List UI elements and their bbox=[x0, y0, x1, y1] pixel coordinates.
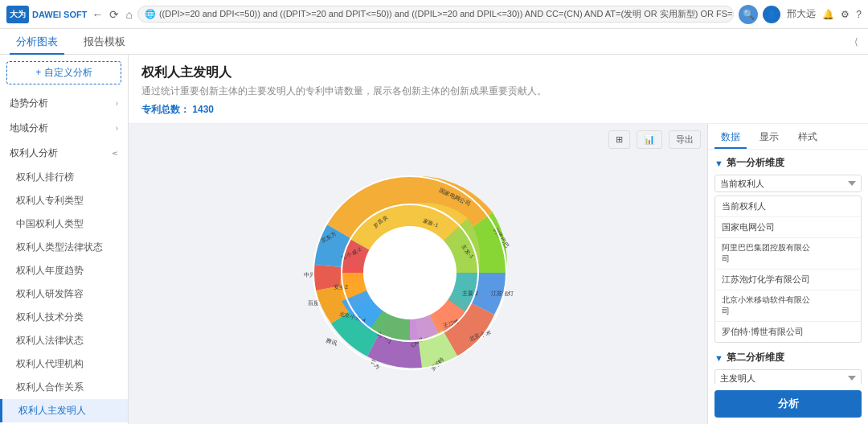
globe-icon: 🌐 bbox=[145, 9, 156, 19]
sidebar-sub-cooperation[interactable]: 权利人合作关系 bbox=[0, 376, 128, 399]
donut-chart: 国家电网公司 阿里巴巴 江苏泡灯 北京小米 罗伯特 华为 腾讯 百度 中兴 京东… bbox=[289, 152, 547, 410]
sidebar-item-trend[interactable]: 趋势分析 › bbox=[0, 91, 128, 116]
settings-icon[interactable]: ⚙ bbox=[841, 9, 850, 20]
trend-label: 趋势分析 bbox=[10, 97, 48, 110]
trend-arrow-icon: › bbox=[116, 99, 118, 108]
option-current-rights[interactable]: 当前权利人 bbox=[715, 196, 861, 217]
total-value: 1430 bbox=[192, 104, 214, 115]
rights-label: 权利人分析 bbox=[10, 146, 58, 160]
sidebar: + 自定义分析 趋势分析 › 地域分析 › 权利人分析 ∨ 权利人排行榜 权利人… bbox=[0, 55, 129, 424]
sidebar-sub-main-inventor[interactable]: 权利人主发明人 bbox=[0, 399, 128, 422]
page-title: 权利人主发明人 bbox=[141, 64, 855, 81]
right-panel: 数据 显示 样式 ▼ 第一分析维度 当前权利人 bbox=[707, 124, 868, 424]
logo-text: DAWEI SOFT bbox=[32, 10, 87, 19]
svg-point-0 bbox=[363, 226, 457, 319]
sidebar-sub-cn-type[interactable]: 中国权利人类型 bbox=[0, 212, 128, 236]
sidebar-sub-tech[interactable]: 权利人技术分类 bbox=[0, 306, 128, 329]
page-description: 通过统计重要创新主体的主要发明人的专利申请数量，展示各创新主体的创新成果重要贡献… bbox=[141, 84, 855, 98]
home-icon[interactable]: ⌂ bbox=[125, 8, 132, 21]
top-bar: 大为 DAWEI SOFT ← ⟳ ⌂ 🌐 ((DPI>=20 and DPI<… bbox=[0, 0, 868, 29]
refresh-icon[interactable]: ⟳ bbox=[109, 8, 119, 21]
sidebar-sub-ranking[interactable]: 权利人排行榜 bbox=[0, 166, 128, 189]
content-area: 权利人主发明人 通过统计重要创新主体的主要发明人的专利申请数量，展示各创新主体的… bbox=[129, 55, 868, 424]
option-jiangsu[interactable]: 江苏泡灯化学有限公司 bbox=[715, 270, 861, 290]
svg-text:安全2: 安全2 bbox=[334, 284, 348, 290]
collapse-button[interactable]: ⟨ bbox=[854, 36, 858, 47]
analyze-button[interactable]: 分析 bbox=[714, 390, 862, 418]
section1: ▼ 第一分析维度 当前权利人 当前权利人 国家电网公司 阿里巴巴集团控股有限公司… bbox=[714, 156, 862, 343]
user-area: 👤 邢大远 🔔 ⚙ ? bbox=[763, 6, 862, 23]
region-arrow-icon: › bbox=[116, 124, 118, 133]
logo: 大为 DAWEI SOFT bbox=[6, 6, 87, 23]
option-state-grid[interactable]: 国家电网公司 bbox=[715, 217, 861, 238]
custom-analysis-button[interactable]: + 自定义分析 bbox=[6, 61, 121, 84]
back-icon[interactable]: ← bbox=[92, 8, 103, 21]
table-view-button[interactable]: ⊞ bbox=[608, 130, 630, 149]
total-count: 专利总数： 1430 bbox=[141, 103, 855, 117]
chart-area: ⊞ 📊 导出 bbox=[129, 124, 707, 424]
tab-display[interactable]: 显示 bbox=[753, 127, 785, 149]
tab-analysis-chart[interactable]: 分析图表 bbox=[10, 29, 64, 55]
export-button[interactable]: 导出 bbox=[669, 130, 701, 149]
sidebar-sub-yearly[interactable]: 权利人年度趋势 bbox=[0, 259, 128, 282]
content-body: ⊞ 📊 导出 bbox=[129, 124, 868, 424]
sidebar-sub-agency[interactable]: 权利人代理机构 bbox=[0, 352, 128, 376]
section2-title: ▼ 第二分析维度 bbox=[714, 351, 862, 364]
region-label: 地域分析 bbox=[10, 121, 48, 135]
option-bosch[interactable]: 罗伯特·博世有限公司 bbox=[715, 322, 861, 342]
avatar: 👤 bbox=[763, 6, 780, 23]
sidebar-group-rights: 权利人分析 ∨ 权利人排行榜 权利人专利类型 中国权利人类型 权利人类型法律状态… bbox=[0, 141, 128, 424]
option-alibaba[interactable]: 阿里巴巴集团控股有限公司 bbox=[715, 238, 861, 270]
tab-style[interactable]: 样式 bbox=[792, 127, 824, 149]
svg-text:腾讯: 腾讯 bbox=[326, 337, 338, 346]
sidebar-sub-rd[interactable]: 权利人研发阵容 bbox=[0, 282, 128, 306]
section1-select[interactable]: 当前权利人 bbox=[714, 175, 862, 192]
sidebar-group-trend: 趋势分析 › bbox=[0, 91, 128, 116]
logo-icon: 大为 bbox=[6, 6, 29, 23]
tab-data[interactable]: 数据 bbox=[714, 127, 747, 149]
total-label: 专利总数： bbox=[141, 104, 190, 115]
section2-select[interactable]: 主发明人 bbox=[714, 369, 862, 384]
section1-options-list: 当前权利人 国家电网公司 阿里巴巴集团控股有限公司 江苏泡灯化学有限公司 北京小… bbox=[714, 196, 862, 343]
sidebar-group-region: 地域分析 › bbox=[0, 116, 128, 141]
rights-arrow-icon: ∨ bbox=[111, 150, 120, 156]
nav-icons: ← ⟳ ⌂ bbox=[92, 8, 132, 21]
question-icon[interactable]: ? bbox=[856, 9, 862, 20]
sidebar-item-rights[interactable]: 权利人分析 ∨ bbox=[0, 141, 128, 166]
url-text: ((DPI>=20 and DPI<=50)) and ((DPIT>=20 a… bbox=[159, 8, 734, 20]
main-layout: + 自定义分析 趋势分析 › 地域分析 › 权利人分析 ∨ 权利人排行榜 权利人… bbox=[0, 55, 868, 424]
sidebar-item-region[interactable]: 地域分析 › bbox=[0, 116, 128, 141]
bell-icon[interactable]: 🔔 bbox=[822, 9, 834, 20]
right-panel-tabs: 数据 显示 样式 bbox=[708, 124, 868, 150]
right-panel-body: ▼ 第一分析维度 当前权利人 当前权利人 国家电网公司 阿里巴巴集团控股有限公司… bbox=[708, 150, 868, 384]
donut-svg: 国家电网公司 阿里巴巴 江苏泡灯 北京小米 罗伯特 华为 腾讯 百度 中兴 京东… bbox=[289, 152, 530, 393]
tab-report-template[interactable]: 报告模板 bbox=[77, 29, 132, 55]
search-button[interactable]: 🔍 bbox=[739, 5, 758, 24]
second-bar: 分析图表 报告模板 ⟨ bbox=[0, 29, 868, 55]
section2: ▼ 第二分析维度 主发明人 郑蕾 1 彭传相 bbox=[714, 351, 862, 384]
url-bar[interactable]: 🌐 ((DPI>=20 and DPI<=50)) and ((DPIT>=20… bbox=[137, 6, 734, 23]
option-xiaomi[interactable]: 北京小米移动软件有限公司 bbox=[715, 290, 861, 322]
sidebar-sub-rights-legal[interactable]: 权利人法律状态 bbox=[0, 329, 128, 352]
content-header: 权利人主发明人 通过统计重要创新主体的主要发明人的专利申请数量，展示各创新主体的… bbox=[129, 55, 868, 124]
sidebar-sub-patent-type[interactable]: 权利人专利类型 bbox=[0, 189, 128, 212]
chart-toolbar: ⊞ 📊 导出 bbox=[608, 130, 701, 149]
svg-text:江苏泡灯: 江苏泡灯 bbox=[491, 290, 514, 296]
bar-view-button[interactable]: 📊 bbox=[637, 130, 662, 149]
section1-title: ▼ 第一分析维度 bbox=[714, 156, 862, 170]
sidebar-sub-legal-status[interactable]: 权利人类型法律状态 bbox=[0, 236, 128, 259]
username: 邢大远 bbox=[787, 7, 816, 21]
